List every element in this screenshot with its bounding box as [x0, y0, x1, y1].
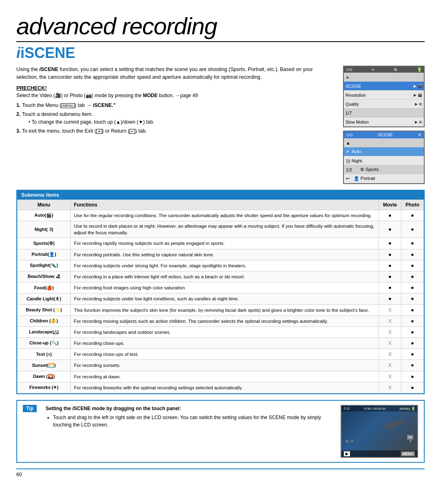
panel1-icon-menu: ≡	[372, 67, 374, 72]
table-cell-movie: X	[379, 326, 401, 337]
table-cell-photo: ●	[401, 238, 424, 249]
table-cell-photo: ●	[401, 249, 424, 260]
panel2-nav-up[interactable]: ▲	[344, 138, 424, 147]
table-cell-function: For recording subjects under low light c…	[71, 293, 379, 304]
right-panels: ⊙⊙ ≡ ⚙ 🔋 ▲ iSCENE ▶ 🎬 Resolution ▶ 🎬 Qua…	[343, 66, 425, 184]
table-cell-function: For recording moving subjects such as ac…	[71, 315, 379, 326]
table-row: Auto(🎬)Use for the regular recording con…	[18, 210, 424, 221]
panel1-header: ⊙⊙ ≡ ⚙ 🔋	[344, 67, 424, 73]
panel2-row-night[interactable]: ))) Night	[344, 156, 424, 165]
table-cell-menu: Portrait(👤)	[18, 249, 71, 260]
table-cell-menu: Children (👶)	[18, 315, 71, 326]
tip-play-button[interactable]: ▶	[344, 451, 350, 456]
panel1-row-slowmotion[interactable]: Slow Motion ▶ ⊠	[344, 118, 424, 127]
table-cell-menu: Candle Light(🕯)	[18, 293, 71, 304]
panel1-quality-indicator: ▶ ⊠	[415, 102, 422, 106]
panel2-up-arrow: ▲	[346, 140, 350, 145]
step-2: 2. Touch a desired submenu item. • To ch…	[16, 111, 335, 126]
tip-img-top-bar: ⊙⊙ STBY 00:00:00 [80Min] 🔋	[341, 406, 417, 411]
table-row: Text (≡)For recording close-ups of text.…	[18, 349, 424, 360]
table-row: Candle Light(🕯)For recording subjects un…	[18, 293, 424, 304]
panel2-close-icon[interactable]: ✕	[418, 132, 421, 138]
table-cell-movie: X	[379, 304, 401, 315]
table-row: Spotlight(🔦)For recording subjects under…	[18, 260, 424, 271]
table-row: Beach/Show 🏖For recording in a place wit…	[18, 271, 424, 282]
panel1-row-quality[interactable]: Quality ▶ ⊠	[344, 100, 424, 109]
tip-menu-button[interactable]: MENU	[401, 451, 415, 456]
table-cell-menu: Night(☽)	[18, 221, 71, 238]
panel2-oo-icon: ⊙⊙	[346, 133, 353, 137]
table-row: Food(🍎)For recording food images using h…	[18, 282, 424, 293]
table-cell-menu: Landscape(△)	[18, 326, 71, 337]
table-cell-photo: ●	[401, 210, 424, 221]
table-cell-function: For recording portraits. Use this settin…	[71, 249, 379, 260]
precheck-text: Select the Video (🎥) or Photo (📷) mode b…	[16, 93, 335, 98]
tip-img-stby: STBY 00:00:00	[364, 407, 386, 411]
table-cell-menu: Sunset(🌅)	[18, 360, 71, 371]
bold-iscene: iSCENE	[39, 67, 58, 72]
table-cell-movie: X	[379, 349, 401, 360]
panel1-quality-label: Quality	[345, 102, 415, 107]
table-cell-menu: Close-up (🔍)	[18, 338, 71, 349]
table-cell-movie: ●	[379, 282, 401, 293]
table-row: Dawn (🌄)For recording at dawn.X●	[18, 371, 424, 382]
table-cell-movie: ●	[379, 210, 401, 221]
table-cell-function: For recording rapidly moving subjects su…	[71, 238, 379, 249]
table-cell-movie: ●	[379, 238, 401, 249]
table-cell-movie: ●	[379, 249, 401, 260]
panel2-counter: 1/2	[346, 167, 352, 172]
table-cell-photo: ●	[401, 326, 424, 337]
intro-paragraph: Using the iSCENE function, you can selec…	[16, 66, 335, 81]
panel1-nav-counter: 1/7	[344, 109, 424, 118]
table-cell-photo: ●	[401, 304, 424, 315]
table-row: Children (👶)For recording moving subject…	[18, 315, 424, 326]
panel1-counter: 1/7	[345, 111, 352, 115]
panel2-portrait-label: 👤 Portrait	[354, 176, 375, 181]
table-cell-movie: ●	[379, 293, 401, 304]
panel2-row-portrait[interactable]: ↩ 👤 Portrait	[344, 174, 424, 183]
panel1-row-resolution[interactable]: Resolution ▶ 🎬	[344, 91, 424, 100]
table-cell-menu: Beauty Shot (✨)	[18, 304, 71, 315]
table-cell-movie: X	[379, 360, 401, 371]
col-header-menu: Menu	[18, 200, 71, 210]
tip-camera-image: ⊙⊙ STBY 00:00:00 [80Min] 🔋 ))) 📹 IIII ⚙ …	[341, 405, 418, 458]
table-row: Fireworks (✦)For recording fireworks wit…	[18, 382, 424, 393]
table-cell-menu: Text (≡)	[18, 349, 71, 360]
table-cell-movie: X	[379, 338, 401, 349]
table-cell-function: Use to record in dark places or at night…	[71, 221, 379, 238]
page-number: 60	[16, 468, 425, 477]
up-arrow-icon: ▲	[345, 75, 350, 79]
table-cell-photo: ●	[401, 221, 424, 238]
table-cell-photo: ●	[401, 349, 424, 360]
table-row: Sunset(🌅)For recording sunsets.X●	[18, 360, 424, 371]
panel2-back-icon: ↩	[346, 176, 350, 181]
tip-img-overlay: ▶ MENU	[341, 451, 417, 457]
table-row: Night(☽)Use to record in dark places or …	[18, 221, 424, 238]
table-cell-menu: Fireworks (✦)	[18, 382, 71, 393]
table-cell-function: For recording in a place with intense li…	[71, 271, 379, 282]
table-cell-photo: ●	[401, 260, 424, 271]
table-row: Close-up (🔍)For recording close-ups.X●	[18, 338, 424, 349]
steps-section: 1. Touch the Menu (MENU) tab → iSCENE." …	[16, 102, 335, 135]
panel2-header: ⊙⊙ iSCENE ✕	[344, 131, 424, 138]
panel1-nav-up[interactable]: ▲	[344, 73, 424, 82]
menu-panel-1: ⊙⊙ ≡ ⚙ 🔋 ▲ iSCENE ▶ 🎬 Resolution ▶ 🎬 Qua…	[343, 66, 425, 127]
submenu-table: Menu Functions Movie Photo Auto(🎬)Use fo…	[17, 200, 424, 393]
table-cell-function: Use for the regular recording conditions…	[71, 210, 379, 221]
table-cell-movie: ●	[379, 260, 401, 271]
precheck-label: PRECHECK!	[16, 85, 335, 91]
table-cell-menu: Food(🍎)	[18, 282, 71, 293]
step-2-bullet: • To change the current page, touch up (…	[29, 118, 335, 126]
tip-section: Tip Setting the iSCENE mode by dragging …	[16, 400, 425, 463]
panel1-row-iscene[interactable]: iSCENE ▶ 🎬	[344, 82, 424, 91]
table-cell-menu: Sports(⚙)	[18, 238, 71, 249]
tip-img-storage: [80Min] 🔋	[400, 407, 415, 411]
table-cell-movie: X	[379, 315, 401, 326]
panel2-row-auto[interactable]: ✔ Auto	[344, 147, 424, 156]
panel1-icon-oo: ⊙⊙	[346, 67, 352, 72]
table-row: Sports(⚙)For recording rapidly moving su…	[18, 238, 424, 249]
table-cell-function: For recording food images using high col…	[71, 282, 379, 293]
tip-content: Setting the iSCENE mode by dragging on t…	[46, 405, 334, 429]
panel2-iscene-label: iSCENE	[378, 133, 393, 137]
table-cell-function: For recording landscapes and outdoor sce…	[71, 326, 379, 337]
